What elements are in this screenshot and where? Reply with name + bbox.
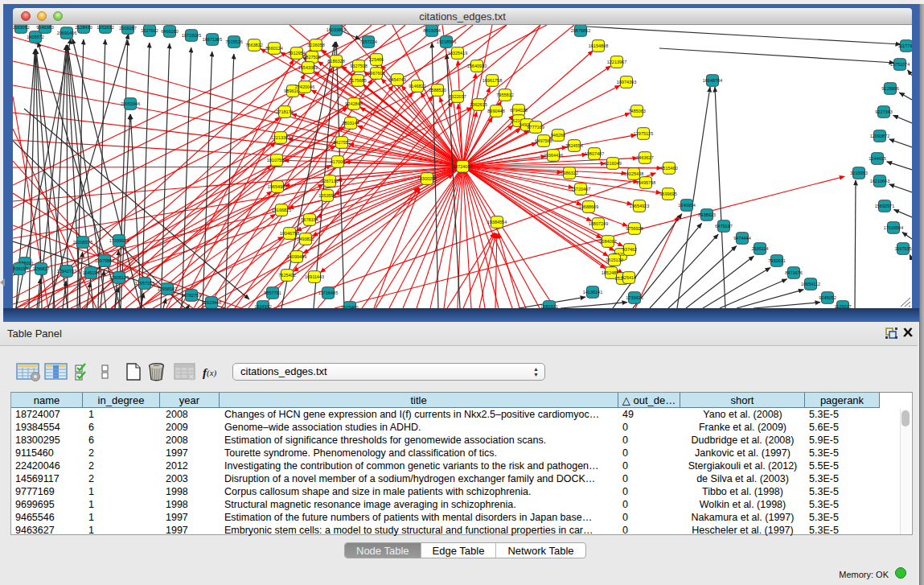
svg-text:16671385: 16671385: [203, 37, 222, 42]
svg-text:2718176: 2718176: [276, 109, 293, 114]
svg-text:10688609: 10688609: [579, 204, 598, 209]
svg-text:14136141: 14136141: [583, 290, 602, 295]
svg-text:3226058: 3226058: [307, 43, 324, 47]
svg-text:19218506: 19218506: [437, 39, 456, 44]
svg-text:1588520: 1588520: [429, 88, 446, 93]
svg-text:1615132: 1615132: [606, 257, 622, 262]
svg-text:9245052: 9245052: [819, 295, 836, 300]
svg-text:9146821: 9146821: [409, 84, 425, 89]
svg-text:9084067: 9084067: [599, 239, 616, 244]
svg-text:19166825: 19166825: [272, 208, 291, 212]
svg-text:15720407: 15720407: [571, 187, 590, 192]
svg-text:16033809: 16033809: [326, 27, 346, 32]
svg-text:225466: 225466: [369, 57, 384, 62]
svg-text:1640954: 1640954: [678, 203, 695, 208]
svg-text:17016504: 17016504: [884, 225, 903, 230]
svg-text:7955812: 7955812: [496, 93, 513, 97]
svg-text:3175685: 3175685: [349, 78, 366, 83]
svg-text:2063052: 2063052: [13, 25, 30, 30]
svg-text:9129966: 9129966: [881, 86, 898, 91]
svg-text:9046383: 9046383: [36, 25, 53, 30]
svg-text:1167535: 1167535: [894, 246, 911, 251]
svg-text:8938923: 8938923: [698, 212, 715, 217]
svg-text:10974393: 10974393: [617, 80, 636, 84]
svg-text:7986322: 7986322: [561, 171, 577, 175]
svg-text:1504332: 1504332: [254, 304, 271, 308]
svg-text:8990448: 8990448: [487, 109, 504, 113]
svg-text:10654112: 10654112: [801, 282, 820, 286]
svg-text:5678334: 5678334: [301, 217, 318, 222]
svg-text:16961758: 16961758: [483, 78, 502, 83]
svg-text:10975887: 10975887: [95, 258, 114, 263]
svg-text:16782759: 16782759: [182, 293, 201, 298]
svg-text:8427552: 8427552: [333, 140, 350, 145]
svg-text:2967608: 2967608: [368, 71, 384, 76]
svg-text:10958187: 10958187: [158, 286, 177, 291]
svg-text:9756928: 9756928: [626, 226, 643, 231]
svg-text:12213383: 12213383: [271, 135, 290, 140]
svg-text:3215953: 3215953: [850, 171, 867, 175]
svg-text:12213967: 12213967: [607, 60, 626, 64]
svg-text:1733426: 1733426: [626, 295, 643, 300]
svg-text:15495798: 15495798: [636, 180, 655, 185]
svg-text:10807487: 10807487: [585, 151, 604, 156]
svg-text:8322037: 8322037: [449, 94, 466, 99]
svg-text:17359924: 17359924: [109, 238, 129, 243]
svg-text:1125027: 1125027: [834, 304, 851, 308]
svg-text:3824554: 3824554: [565, 143, 582, 148]
svg-text:8660124: 8660124: [265, 46, 282, 51]
svg-text:9474444: 9474444: [733, 236, 750, 241]
svg-text:12942737: 12942737: [57, 269, 76, 274]
svg-text:2009187: 2009187: [119, 26, 136, 31]
svg-text:8471676: 8471676: [785, 270, 802, 275]
svg-text:19654985: 19654985: [268, 184, 287, 189]
svg-text:15640910: 15640910: [467, 64, 487, 68]
svg-text:1527602: 1527602: [141, 28, 158, 33]
svg-text:9327508: 9327508: [350, 64, 367, 68]
svg-text:1405572: 1405572: [27, 35, 43, 39]
svg-text:7515526: 7515526: [225, 39, 242, 44]
svg-text:3267130: 3267130: [321, 179, 338, 183]
svg-text:18724007: 18724007: [453, 164, 472, 169]
svg-text:9777169: 9777169: [527, 125, 544, 130]
svg-text:937462: 937462: [622, 247, 637, 252]
svg-text:2935114: 2935114: [751, 246, 768, 251]
svg-text:20053346: 20053346: [121, 101, 140, 106]
svg-text:417006: 417006: [331, 159, 345, 164]
svg-text:9242848: 9242848: [345, 101, 362, 106]
svg-text:2803144: 2803144: [342, 121, 359, 126]
svg-text:18107552: 18107552: [267, 158, 286, 163]
svg-text:10719185: 10719185: [182, 33, 201, 38]
svg-text:1083321: 1083321: [540, 304, 557, 308]
svg-text:946266: 946266: [551, 133, 565, 138]
svg-text:1362615: 1362615: [470, 102, 487, 107]
svg-text:6216049: 6216049: [604, 161, 621, 166]
svg-text:19654923: 19654923: [630, 204, 649, 208]
svg-text:7663822: 7663822: [245, 43, 262, 47]
svg-text:19384554: 19384554: [487, 220, 507, 225]
svg-text:20876862: 20876862: [571, 28, 590, 33]
svg-text:2128430: 2128430: [75, 25, 92, 30]
svg-text:9463627: 9463627: [636, 155, 653, 160]
svg-text:20691406: 20691406: [57, 31, 76, 35]
svg-text:9227343: 9227343: [875, 109, 892, 114]
svg-text:7357224: 7357224: [359, 39, 376, 44]
svg-text:925414: 925414: [622, 275, 636, 280]
svg-text:8454749: 8454749: [388, 77, 405, 82]
svg-text:12905135: 12905135: [109, 275, 129, 280]
svg-text:10046758: 10046758: [280, 231, 299, 236]
svg-text:16911443: 16911443: [305, 274, 324, 279]
svg-text:1117795: 1117795: [898, 43, 912, 48]
svg-text:13716485: 13716485: [318, 290, 338, 295]
svg-text:15751074: 15751074: [890, 62, 910, 67]
svg-text:8186328: 8186328: [327, 59, 344, 64]
svg-text:13325419: 13325419: [448, 51, 467, 56]
svg-text:6794028: 6794028: [510, 108, 527, 113]
svg-text:1156827: 1156827: [32, 266, 49, 271]
svg-text:1839157: 1839157: [13, 266, 28, 271]
svg-text:7485063: 7485063: [628, 109, 645, 113]
svg-text:16154808: 16154808: [589, 43, 608, 48]
svg-text:9115460: 9115460: [341, 305, 358, 308]
svg-text:6497568: 6497568: [535, 138, 552, 143]
svg-text:7625402: 7625402: [278, 273, 295, 278]
